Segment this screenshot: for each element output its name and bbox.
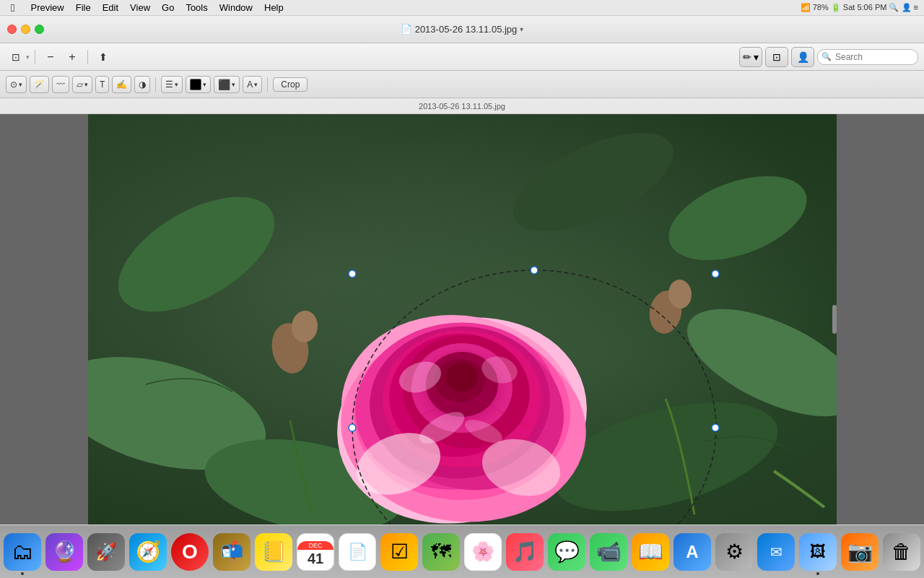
line-style-icon: ☰ bbox=[165, 79, 173, 90]
right-toolbar-area: ✏ ▾ ⊡ 👤 bbox=[739, 47, 918, 67]
fill-icon: ⬛ bbox=[218, 79, 230, 90]
file-icon: 📄 bbox=[401, 24, 412, 35]
adjust-btn[interactable]: ◑ bbox=[134, 76, 150, 93]
dock-item-books[interactable]: 📖 bbox=[632, 533, 669, 571]
window-menu[interactable]: Window bbox=[214, 1, 258, 14]
dock-item-music[interactable]: 🎵 bbox=[506, 533, 544, 571]
selection-tool-btn[interactable]: ⊙▾ bbox=[6, 76, 27, 93]
anno-sep1 bbox=[155, 77, 156, 92]
minimize-button[interactable] bbox=[21, 25, 30, 34]
annotate-button[interactable]: ✏ ▾ bbox=[739, 47, 762, 67]
separator-2 bbox=[87, 50, 88, 64]
line-style-btn[interactable]: ☰▾ bbox=[161, 76, 183, 93]
dock-item-finder[interactable]: 🗂 bbox=[4, 533, 41, 571]
share-button[interactable]: ⬆ bbox=[93, 48, 113, 66]
annotation-toolbar: ⊙▾ 🪄 〰 ▱▾ T ✍ ◑ ☰▾ ▾ ⬛▾ A▾ Crop bbox=[0, 71, 924, 98]
zoom-controls: − + bbox=[40, 48, 82, 66]
dock-item-calendar[interactable]: DEC 41 bbox=[297, 533, 334, 571]
tools-menu[interactable]: Tools bbox=[180, 1, 212, 14]
instant-alpha-btn[interactable]: 🪄 bbox=[30, 76, 49, 93]
edit-menu[interactable]: Edit bbox=[97, 1, 123, 14]
dock-active-dot bbox=[21, 572, 24, 575]
apple-menu[interactable]:  bbox=[6, 1, 19, 14]
file-menu[interactable]: File bbox=[71, 1, 96, 14]
window-controls bbox=[7, 25, 44, 34]
go-menu[interactable]: Go bbox=[157, 1, 179, 14]
dock-item-maps[interactable]: 🗺 bbox=[422, 533, 460, 571]
dropdown-icon[interactable]: ▾ bbox=[520, 25, 523, 33]
border-color-btn[interactable]: ▾ bbox=[186, 76, 211, 93]
dock-item-reminders[interactable]: ☑ bbox=[380, 533, 418, 571]
shapes-btn[interactable]: ▱▾ bbox=[72, 76, 92, 93]
dock-item-photos2[interactable]: 📷 bbox=[841, 533, 879, 571]
pen-icon: 〰 bbox=[56, 79, 65, 90]
dock-item-siri[interactable]: 🔮 bbox=[45, 533, 83, 571]
crop-button[interactable]: Crop bbox=[273, 77, 308, 92]
dock-item-notes[interactable]: 📒 bbox=[255, 533, 292, 571]
dock: 🗂 🔮 🚀 🧭 O 📬 📒 DEC 41 📄 ☑ 🗺 bbox=[0, 525, 924, 578]
contact-button[interactable]: 👤 bbox=[791, 47, 814, 67]
signature-icon: ✍ bbox=[116, 79, 127, 90]
text-icon: T bbox=[100, 79, 105, 90]
zoom-out-button[interactable]: − bbox=[40, 48, 61, 66]
dock-item-system-prefs[interactable]: ⚙ bbox=[715, 533, 753, 571]
dock-item-safari[interactable]: 🧭 bbox=[129, 533, 167, 571]
dock-item-trash[interactable]: 🗑 bbox=[883, 533, 920, 571]
dock-item-photos[interactable]: 🌸 bbox=[464, 533, 502, 571]
lasso-icon: ⊙ bbox=[10, 79, 17, 90]
dock-item-preview[interactable]: 🖼 bbox=[799, 533, 837, 571]
text-btn[interactable]: T bbox=[95, 76, 109, 93]
svg-point-28 bbox=[446, 363, 478, 392]
border-color-swatch bbox=[190, 79, 201, 90]
rose-photo bbox=[88, 114, 837, 525]
adjust-icon: ◑ bbox=[139, 79, 146, 90]
sketch-tool-btn[interactable]: 〰 bbox=[52, 76, 69, 93]
search-input[interactable] bbox=[817, 49, 918, 65]
window-title: 2013-05-26 13.11.05.jpg bbox=[415, 24, 518, 35]
window-resize-handle[interactable] bbox=[832, 305, 837, 334]
dock-item-launchpad[interactable]: 🚀 bbox=[87, 533, 125, 571]
zoom-in-button[interactable]: + bbox=[62, 48, 82, 66]
canvas-area bbox=[0, 114, 924, 525]
fill-color-btn[interactable]: ⬛▾ bbox=[214, 76, 240, 93]
preview-menu[interactable]: Preview bbox=[25, 1, 69, 14]
maximize-button[interactable] bbox=[35, 25, 44, 34]
main-toolbar: ⊡ ▾ − + ⬆ ✏ ▾ ⊡ 👤 bbox=[0, 43, 924, 71]
menu-bar:  Preview File Edit View Go Tools Window… bbox=[0, 0, 924, 16]
sidebar-toggle-button[interactable]: ⊡ bbox=[6, 48, 26, 66]
dock-item-textedit[interactable]: 📄 bbox=[339, 533, 376, 571]
dock-item-opera[interactable]: O bbox=[171, 533, 209, 571]
dock-item-outlook[interactable]: ✉ bbox=[757, 533, 795, 571]
wand-icon: 🪄 bbox=[34, 79, 45, 90]
shapes-icon: ▱ bbox=[77, 79, 83, 90]
font-icon: A bbox=[247, 79, 253, 90]
search-wrapper bbox=[817, 49, 918, 65]
crop-tool-button[interactable]: ⊡ bbox=[765, 47, 788, 67]
signature-btn[interactable]: ✍ bbox=[112, 76, 131, 93]
anno-sep2 bbox=[267, 77, 268, 92]
help-menu[interactable]: Help bbox=[259, 1, 289, 14]
separator-1 bbox=[35, 50, 35, 64]
current-filename: 2013-05-26 13.11.05.jpg bbox=[419, 102, 505, 111]
dock-item-messages[interactable]: 💬 bbox=[548, 533, 585, 571]
dock-item-mail-delivery[interactable]: 📬 bbox=[213, 533, 250, 571]
title-bar: 📄 2013-05-26 13.11.05.jpg ▾ bbox=[0, 16, 924, 43]
dock-preview-dot bbox=[816, 572, 819, 575]
view-menu[interactable]: View bbox=[125, 1, 155, 14]
image-container bbox=[88, 114, 837, 525]
sidebar-controls: ⊡ ▾ bbox=[6, 48, 30, 66]
filename-bar: 2013-05-26 13.11.05.jpg bbox=[0, 98, 924, 114]
font-btn[interactable]: A▾ bbox=[243, 76, 262, 93]
close-button[interactable] bbox=[7, 25, 17, 34]
dock-item-appstore[interactable]: A bbox=[674, 533, 711, 571]
dock-item-facetime[interactable]: 📹 bbox=[590, 533, 627, 571]
